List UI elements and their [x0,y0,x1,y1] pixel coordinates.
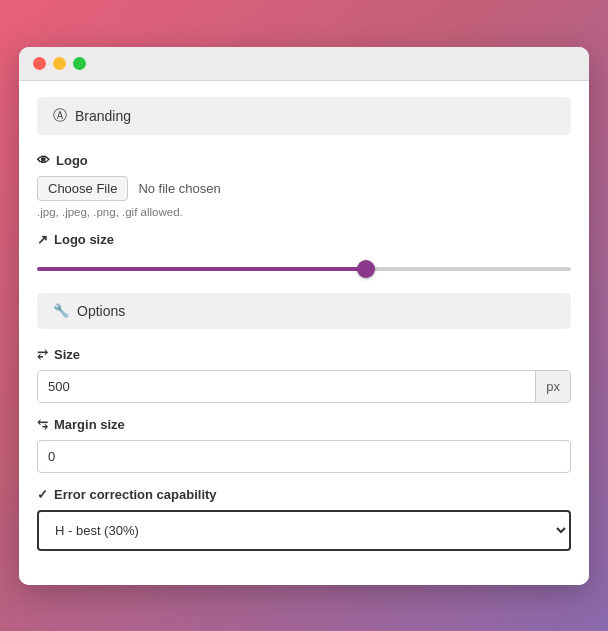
title-bar [19,47,589,81]
options-section-header: 🔧 Options [37,293,571,329]
margin-label-row: ⥃ Margin size [37,417,571,432]
ecc-label-row: ✓ Error correction capability [37,487,571,502]
margin-icon: ⥃ [37,417,48,432]
ecc-field-group: ✓ Error correction capability L - low (7… [37,487,571,551]
branding-icon: Ⓐ [53,107,67,125]
size-field-group: ⥂ Size 500 px [37,347,571,403]
size-suffix: px [535,371,570,402]
branding-section-header: Ⓐ Branding [37,97,571,135]
ecc-select[interactable]: L - low (7%) M - medium (15%) Q - quarte… [37,510,571,551]
branding-header-label: Branding [75,108,131,124]
no-file-text: No file chosen [138,181,220,196]
size-input-group: 500 px [37,370,571,403]
logo-size-label-row: ↗ Logo size [37,232,571,247]
choose-file-button[interactable]: Choose File [37,176,128,201]
margin-input[interactable]: 0 [37,440,571,473]
file-hint: .jpg, .jpeg, .png, .gif allowed. [37,206,571,218]
logo-size-slider[interactable] [37,267,571,271]
logo-label-row: 👁 Logo [37,153,571,168]
minimize-button[interactable] [53,57,66,70]
size-label-row: ⥂ Size [37,347,571,362]
eye-icon: 👁 [37,153,50,168]
margin-label: Margin size [54,417,125,432]
maximize-button[interactable] [73,57,86,70]
app-window: Ⓐ Branding 👁 Logo Choose File No file ch… [19,47,589,585]
size-input[interactable]: 500 [38,371,535,402]
wrench-icon: 🔧 [53,303,69,318]
ecc-label: Error correction capability [54,487,217,502]
close-button[interactable] [33,57,46,70]
logo-size-slider-wrapper [37,257,571,275]
options-header-label: Options [77,303,125,319]
resize-icon: ↗ [37,232,48,247]
margin-field-group: ⥃ Margin size 0 [37,417,571,473]
checkmark-icon: ✓ [37,487,48,502]
size-label: Size [54,347,80,362]
logo-size-label: Logo size [54,232,114,247]
main-content: Ⓐ Branding 👁 Logo Choose File No file ch… [19,81,589,585]
size-icon: ⥂ [37,347,48,362]
file-input-row: Choose File No file chosen [37,176,571,201]
logo-label: Logo [56,153,88,168]
